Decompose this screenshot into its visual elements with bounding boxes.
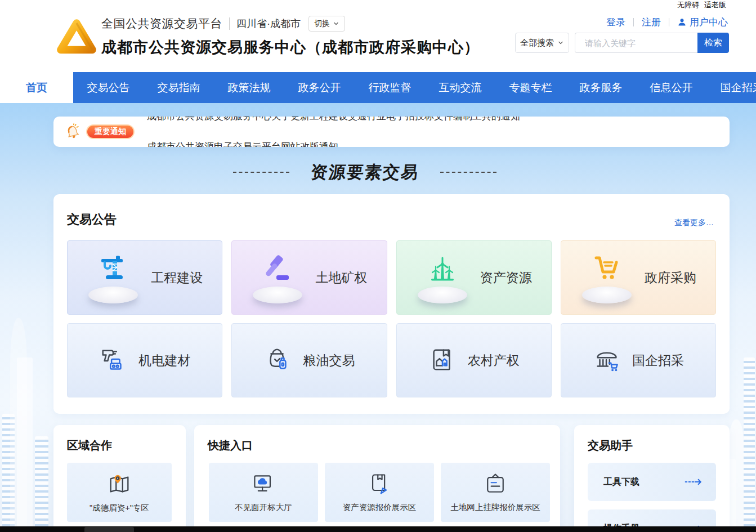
deed-book-icon — [428, 346, 457, 374]
panel-title: 交易公告 — [67, 211, 117, 228]
regional-zone-card[interactable]: "成德眉资+"专区 — [67, 463, 172, 522]
dashed-line — [233, 172, 289, 173]
grain-sack-icon — [263, 346, 292, 374]
category-label: 政府采购 — [645, 269, 696, 287]
nav-item-admin-supervision[interactable]: 行政监督 — [355, 72, 425, 103]
card-label: 土地网上挂牌报价展示区 — [450, 502, 540, 513]
category-grid: 工程建设 土地矿权 — [67, 240, 716, 397]
platform-name: 全国公共资源交易平台 — [101, 16, 222, 32]
search-input[interactable] — [585, 38, 697, 48]
search-box — [575, 33, 697, 53]
divider — [669, 18, 669, 26]
category-card-soe-procurement[interactable]: 国企招采 — [561, 323, 716, 397]
nav-item-trade-announcements[interactable]: 交易公告 — [73, 72, 144, 103]
category-card-mech-materials[interactable]: 机电建材 — [67, 323, 222, 397]
quick-card-remote-bid-opening[interactable]: 不见面开标大厅 — [209, 463, 318, 522]
crane-icon — [99, 254, 128, 283]
view-more-link[interactable]: 查看更多… — [674, 218, 714, 228]
nav-item-soe-procurement[interactable]: 国企招采 — [706, 72, 756, 103]
search-scope-select[interactable]: 全部搜索 — [515, 33, 569, 53]
bell-icon — [63, 122, 82, 141]
taskbar-item[interactable] — [84, 527, 134, 532]
dashed-line — [440, 172, 496, 173]
user-center-link[interactable]: 用户中心 — [677, 16, 728, 29]
monitor-cloud-icon — [251, 472, 276, 497]
icon-pedestal — [251, 249, 304, 306]
elder-version-link[interactable]: 适老版 — [704, 0, 726, 10]
assistant-item-tool-download[interactable]: 工具下载 — [588, 463, 716, 501]
clipboard-icon — [483, 472, 508, 497]
notice-item[interactable]: 成都市公共资源交易服务中心关于更新工程建设交通行业电子招投标文件编制工具的通知 — [147, 117, 718, 132]
icon-pedestal — [87, 249, 140, 306]
category-card-rural-property[interactable]: 农村产权 — [396, 323, 552, 397]
category-card-asset-resources[interactable]: 资产资源 — [396, 240, 552, 315]
book-compass-icon — [367, 472, 392, 497]
category-label: 土地矿权 — [315, 269, 367, 287]
gavel-icon — [263, 254, 292, 283]
nav-item-policies[interactable]: 政策法规 — [214, 72, 284, 103]
icon-pedestal — [580, 249, 633, 306]
search-button[interactable]: 检索 — [697, 33, 729, 53]
nav-item-special-columns[interactable]: 专题专栏 — [495, 72, 566, 103]
region-switch-button[interactable]: 切换 — [308, 16, 345, 32]
divider — [633, 18, 634, 26]
auth-links: 登录 注册 用户中心 — [606, 14, 728, 30]
utility-bar: 无障碍 适老版 — [0, 0, 756, 10]
header-left: 全国公共资源交易平台 四川省·成都市 切换 成都市公共资源交易服务中心（成都市政… — [101, 14, 480, 57]
category-card-land-mining[interactable]: 土地矿权 — [231, 240, 387, 315]
section-title: 资源要素交易 — [310, 161, 420, 184]
nav-item-gov-disclosure[interactable]: 政务公开 — [284, 72, 355, 103]
chevron-down-icon — [557, 39, 564, 46]
item-label: 工具下载 — [603, 476, 639, 488]
notice-item[interactable]: 成都市公共资源电子交易云平台网站改版通知 — [147, 132, 718, 147]
notice-bar: 重要通知 成都市公共资源交易服务中心关于更新工程建设交通行业电子招投标文件编制工… — [53, 117, 730, 147]
user-icon — [677, 17, 687, 27]
category-label: 工程建设 — [151, 269, 203, 287]
panel-title: 区域合作 — [53, 425, 186, 453]
category-card-grain-oil[interactable]: 粮油交易 — [231, 323, 387, 397]
accessibility-link[interactable]: 无障碍 — [677, 0, 699, 10]
card-label: 不见面开标大厅 — [235, 502, 292, 513]
category-label: 资产资源 — [480, 269, 532, 287]
icon-pedestal — [416, 249, 469, 306]
city-skyline — [35, 436, 48, 526]
region-label: 四川省·成都市 — [236, 17, 301, 30]
quick-entry-panel: 快捷入口 不见面开标大厅 资产资源报价展示区 — [194, 425, 560, 532]
panel-title: 快捷入口 — [194, 425, 560, 453]
quick-card-land-listing-quotes[interactable]: 土地网上挂牌报价展示区 — [441, 463, 550, 522]
category-card-engineering[interactable]: 工程建设 — [67, 240, 222, 315]
register-link[interactable]: 注册 — [642, 16, 661, 29]
nav-item-interaction[interactable]: 互动交流 — [425, 72, 495, 103]
city-skyline — [10, 318, 27, 526]
login-link[interactable]: 登录 — [606, 16, 625, 29]
drill-icon — [99, 346, 127, 374]
category-label: 粮油交易 — [303, 352, 355, 369]
city-skyline — [744, 357, 755, 526]
site-title: 成都市公共资源交易服务中心（成都市政府采购中心） — [101, 37, 480, 57]
trade-assistant-panel: 交易助手 工具下载 操作手册 — [574, 425, 730, 532]
main-nav: 首页 交易公告 交易指南 政策法规 政务公开 行政监督 互动交流 专题专栏 政务… — [0, 72, 756, 103]
taskbar — [0, 526, 756, 532]
shopping-cart-icon — [592, 254, 621, 283]
notice-marquee: 成都市公共资源交易服务中心关于更新工程建设交通行业电子招投标文件编制工具的通知 … — [147, 117, 718, 147]
chevron-down-icon — [333, 20, 339, 27]
divider — [229, 17, 230, 30]
card-label: 资产资源报价展示区 — [343, 502, 417, 513]
section-heading: 资源要素交易 — [0, 159, 730, 185]
bank-cart-icon — [593, 346, 621, 374]
trade-announcements-panel: 交易公告 查看更多… 工程建设 — [53, 194, 730, 414]
nav-item-trade-guide[interactable]: 交易指南 — [144, 72, 214, 103]
category-label: 机电建材 — [138, 352, 190, 369]
header: 全国公共资源交易平台 四川省·成都市 切换 成都市公共资源交易服务中心（成都市政… — [0, 10, 756, 72]
nav-item-gov-services[interactable]: 政务服务 — [566, 72, 636, 103]
page: 无障碍 适老版 全国公共资源交易平台 四川省·成都市 切换 — [0, 0, 756, 532]
arrow-right-icon — [685, 478, 704, 486]
quick-card-asset-quotes[interactable]: 资产资源报价展示区 — [325, 463, 434, 522]
nav-item-info-disclosure[interactable]: 信息公开 — [636, 72, 706, 103]
category-card-gov-procurement[interactable]: 政府采购 — [561, 240, 716, 315]
card-label: "成德眉资+"专区 — [90, 503, 149, 513]
nav-item-home[interactable]: 首页 — [0, 72, 73, 103]
panel-title: 交易助手 — [574, 425, 730, 453]
regional-cooperation-panel: 区域合作 "成德眉资+"专区 — [53, 425, 186, 532]
category-label: 农村产权 — [468, 352, 520, 369]
